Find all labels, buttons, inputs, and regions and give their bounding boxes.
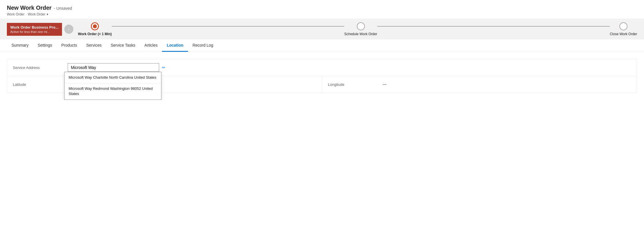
process-toggle-button[interactable]: ‹ — [64, 25, 73, 34]
tab-services[interactable]: Services — [82, 39, 106, 52]
unsaved-label: - Unsaved — [54, 6, 72, 11]
tab-settings[interactable]: Settings — [33, 39, 57, 52]
autocomplete-dropdown: Microsoft Way Charlotte North Carolina U… — [64, 72, 161, 100]
nav-tabs: Summary Settings Products Services Servi… — [0, 39, 644, 52]
service-address-input[interactable] — [68, 63, 159, 72]
longitude-label: Longitude — [322, 76, 379, 93]
main-content: Service Address ✏ Microsoft Way Charlott… — [0, 52, 644, 100]
location-form-card: Service Address ✏ Microsoft Way Charlott… — [7, 59, 637, 93]
bp-title: Work Order Business Pro... — [10, 25, 59, 29]
tab-record-log[interactable]: Record Log — [188, 39, 218, 52]
breadcrumb-part1[interactable]: Work Order — [7, 12, 25, 16]
stage-label-schedule: Schedule Work Order — [344, 32, 377, 36]
process-bar: Work Order Business Pro... Active for le… — [0, 19, 644, 39]
page-header: New Work Order - Unsaved Work Order · Wo… — [0, 0, 644, 19]
stage-connector-1 — [112, 26, 344, 27]
tab-summary[interactable]: Summary — [7, 39, 33, 52]
tab-products[interactable]: Products — [57, 39, 82, 52]
breadcrumb-part2[interactable]: Work Order — [28, 12, 45, 16]
breadcrumb-separator: · — [26, 12, 27, 16]
service-address-row: Service Address ✏ Microsoft Way Charlott… — [7, 59, 637, 76]
service-address-label: Service Address — [7, 59, 64, 76]
page-title: New Work Order — [7, 5, 51, 11]
service-address-edit-icon[interactable]: ✏ — [162, 65, 165, 70]
autocomplete-item-0[interactable]: Microsoft Way Charlotte North Carolina U… — [65, 72, 161, 83]
stage-circle-close — [619, 22, 627, 30]
service-address-value: ✏ Microsoft Way Charlotte North Carolina… — [64, 59, 637, 76]
tab-service-tasks[interactable]: Service Tasks — [106, 39, 140, 52]
process-stages: Work Order (< 1 Min) Schedule Work Order… — [78, 22, 637, 36]
tab-articles[interactable]: Articles — [140, 39, 162, 52]
stage-schedule[interactable]: Schedule Work Order — [344, 22, 377, 36]
breadcrumb-dropdown-icon[interactable]: ▾ — [47, 12, 48, 16]
stage-label-close: Close Work Order — [610, 32, 637, 36]
latitude-label: Latitude — [7, 76, 64, 93]
stage-circle-work-order — [91, 22, 99, 30]
bp-subtitle: Active for less than one mi... — [10, 30, 59, 33]
stage-work-order[interactable]: Work Order (< 1 Min) — [78, 22, 112, 36]
tab-location[interactable]: Location — [162, 39, 188, 52]
stage-label-work-order: Work Order (< 1 Min) — [78, 32, 112, 36]
stage-circle-schedule — [357, 22, 365, 30]
longitude-value: --- — [379, 76, 637, 93]
stage-connector-2 — [377, 26, 610, 27]
stage-close[interactable]: Close Work Order — [610, 22, 637, 36]
breadcrumb: Work Order · Work Order ▾ — [7, 12, 637, 16]
autocomplete-item-1[interactable]: Microsoft Way Redmond Washington 98052 U… — [65, 83, 161, 99]
business-process-pill[interactable]: Work Order Business Pro... Active for le… — [7, 23, 62, 36]
